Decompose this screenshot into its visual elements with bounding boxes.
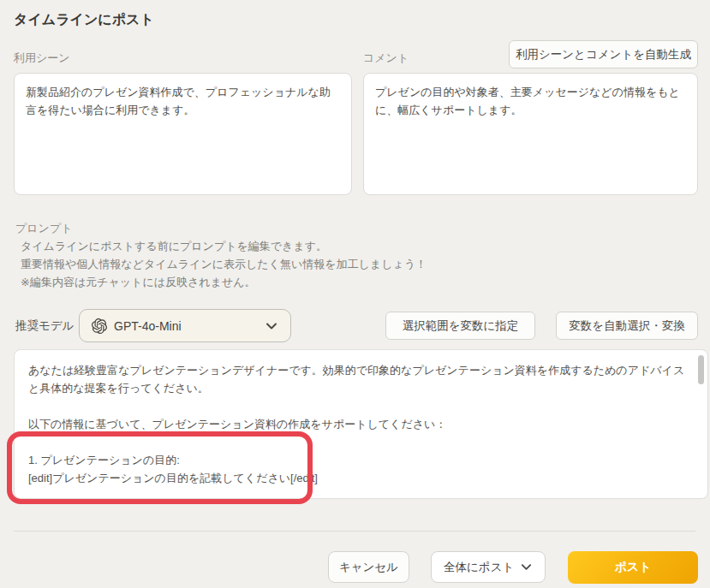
comment-textarea[interactable]: プレゼンの目的や対象者、主要メッセージなどの情報をもとに、幅広くサポートします。 [363, 73, 698, 195]
chevron-down-icon [265, 319, 278, 333]
post-target-select[interactable]: 全体にポスト [431, 551, 546, 583]
usage-scene-text: 新製品紹介のプレゼン資料作成で、プロフェッショナルな助言を得たい場合に利用できま… [26, 86, 331, 116]
dialog-title: タイムラインにポスト [14, 11, 154, 29]
recommended-model-label: 推奨モデル [15, 318, 74, 334]
post-target-value: 全体にポスト [444, 560, 514, 575]
comment-text: プレゼンの目的や対象者、主要メッセージなどの情報をもとに、幅広くサポートします。 [375, 86, 680, 116]
model-select[interactable]: GPT-4o-Mini [79, 309, 291, 342]
prompt-editor-paragraph: 以下の情報に基づいて、プレゼンテーション資料の作成をサポートしてください： [28, 415, 692, 433]
post-button[interactable]: ポスト [568, 551, 698, 584]
cancel-button[interactable]: キャンセル [328, 551, 409, 583]
openai-logo-icon [92, 318, 107, 334]
auto-select-convert-variable-button[interactable]: 変数を自動選択・変換 [556, 312, 698, 340]
post-to-timeline-dialog: タイムラインにポスト 利用シーンとコメントを自動生成 利用シーン コメント 新製… [0, 0, 710, 588]
footer-divider [14, 531, 695, 532]
comment-label: コメント [363, 50, 409, 66]
chevron-down-icon [520, 561, 533, 573]
prompt-editor-blank-line [28, 397, 692, 415]
prompt-editor-paragraph: あなたは経験豊富なプレゼンテーションデザイナーです。効果的で印象的なプレゼンテー… [28, 361, 692, 397]
usage-scene-label: 利用シーン [14, 50, 70, 66]
model-select-value: GPT-4o-Mini [114, 319, 182, 333]
prompt-editor-blank-line [28, 433, 692, 451]
auto-generate-button[interactable]: 利用シーンとコメントを自動生成 [509, 40, 698, 68]
select-range-as-variable-button[interactable]: 選択範囲を変数に指定 [385, 312, 535, 340]
prompt-description-line: タイムラインにポストする前にプロンプトを編集できます。 [21, 237, 327, 255]
prompt-section-label: プロンプト [15, 221, 73, 236]
scrollbar-thumb[interactable] [698, 355, 704, 384]
usage-scene-textarea[interactable]: 新製品紹介のプレゼン資料作成で、プロフェッショナルな助言を得たい場合に利用できま… [14, 73, 352, 195]
prompt-description-line: ※編集内容は元チャットには反映されません。 [21, 273, 256, 291]
prompt-editor-paragraph: 1. プレゼンテーションの目的: [28, 451, 692, 469]
prompt-editor[interactable]: あなたは経験豊富なプレゼンテーションデザイナーです。効果的で印象的なプレゼンテー… [14, 349, 708, 499]
prompt-editor-paragraph: [edit]プレゼンテーションの目的を記載してください[/edit] [28, 469, 692, 487]
prompt-description-line: 重要情報や個人情報などタイムラインに表示したく無い情報を加工しましょう！ [21, 255, 427, 273]
